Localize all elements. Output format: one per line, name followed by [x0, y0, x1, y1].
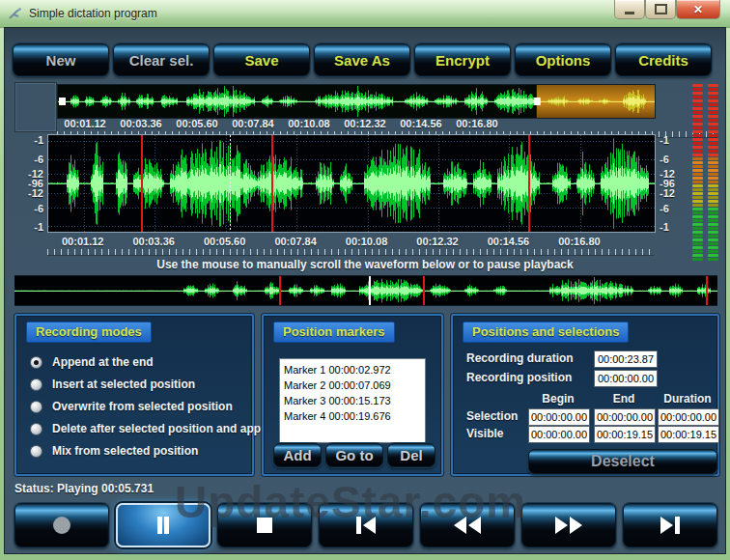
marker-list[interactable]: Marker 1 00:00:02.972 Marker 2 00:00:07.…: [279, 358, 426, 443]
maximize-button[interactable]: [645, 0, 676, 19]
radio-append-at-end[interactable]: Append at the end: [30, 352, 154, 372]
radio-mix-from-position[interactable]: Mix from selected position: [30, 441, 198, 461]
list-item[interactable]: Marker 3 00:00:15.173: [284, 393, 425, 408]
vu-segment: [708, 138, 718, 141]
skip-to-end-button[interactable]: [623, 503, 717, 547]
time-label: 00:03.36: [132, 236, 174, 247]
radio-insert-at-position[interactable]: Insert at selected position: [30, 375, 195, 394]
radio-icon: [30, 356, 42, 369]
credits-button[interactable]: Credits: [615, 43, 712, 76]
record-button[interactable]: [14, 503, 109, 547]
vu-segment: [692, 99, 703, 102]
vu-segment: [692, 96, 703, 98]
clear-sel-button[interactable]: Clear sel.: [113, 43, 210, 76]
options-button[interactable]: Options: [515, 43, 611, 76]
vu-segment: [708, 173, 718, 176]
skip-to-start-button[interactable]: [319, 503, 413, 547]
overview-waveform-canvas[interactable]: [57, 84, 656, 119]
main-ticks: [47, 249, 654, 256]
new-button[interactable]: New: [13, 43, 109, 76]
duration-column-header: Duration: [657, 392, 718, 406]
vu-segment: [692, 150, 703, 153]
list-item[interactable]: Marker 1 00:00:02.972: [284, 362, 425, 378]
vu-segment: [708, 103, 718, 106]
vu-segment: [708, 223, 718, 226]
vu-segment: [692, 215, 703, 218]
vu-segment: [692, 250, 703, 253]
vu-segment: [692, 235, 703, 238]
save-as-button[interactable]: Save As: [314, 43, 410, 76]
db-label: -12: [660, 187, 675, 199]
encrypt-button[interactable]: Encrypt: [414, 43, 511, 76]
selection-end-field[interactable]: 00:00:00.00: [594, 408, 656, 426]
vu-segment: [692, 130, 703, 133]
rewind-button[interactable]: [420, 503, 515, 547]
vu-segment: [692, 238, 703, 241]
visible-begin-field[interactable]: 00:00:00.00: [528, 426, 590, 443]
goto-marker-button[interactable]: Go to: [325, 443, 383, 467]
vu-segment: [692, 196, 703, 199]
db-label: -12: [28, 187, 43, 199]
selection-begin-field[interactable]: 00:00:00.00: [528, 408, 590, 426]
time-label: 00:05.60: [176, 118, 217, 129]
radio-overwrite-from-position[interactable]: Overwrite from selected position: [30, 397, 233, 416]
overview-corner-box: [14, 82, 57, 132]
db-label: -1: [660, 134, 669, 146]
vu-segment: [708, 254, 718, 257]
vu-segment: [692, 208, 703, 210]
visible-duration-field[interactable]: 00:00:19.15: [658, 426, 719, 443]
vu-segment: [692, 246, 703, 249]
list-item[interactable]: Marker 2 00:00:07.069: [284, 378, 425, 393]
time-label: 00:07.84: [232, 118, 273, 129]
radio-delete-after-position[interactable]: Delete after selected position and appen…: [30, 419, 281, 438]
minimize-button[interactable]: [614, 0, 645, 19]
vu-segment: [692, 161, 703, 164]
recording-modes-panel: Recording modes Append at the end Insert…: [14, 314, 254, 476]
vu-segment: [692, 134, 703, 137]
visible-end-field[interactable]: 00:00:19.15: [594, 426, 656, 443]
recording-position-field[interactable]: 00:00:00.00: [594, 370, 658, 387]
vu-segment: [708, 219, 718, 222]
deselect-button[interactable]: Deselect: [528, 449, 717, 474]
recording-duration-field[interactable]: 00:00:23.87: [594, 350, 658, 368]
fast-forward-button[interactable]: [521, 503, 616, 547]
vu-segment: [692, 227, 703, 230]
time-label: 00:07.84: [274, 236, 316, 247]
time-label: 00:10.08: [346, 236, 387, 247]
list-item[interactable]: Marker 4 00:00:19.676: [284, 408, 425, 424]
visible-row-label: Visible: [466, 427, 503, 440]
selection-duration-field[interactable]: 00:00:00.00: [658, 408, 719, 426]
vu-segment: [708, 134, 718, 137]
time-label: 00:03.36: [120, 118, 161, 129]
minimize-icon: [625, 12, 634, 14]
time-label: 00:01.12: [64, 118, 105, 129]
time-label: 00:16.80: [558, 236, 600, 247]
vu-segment: [692, 92, 703, 95]
scroll-waveform-canvas[interactable]: [14, 275, 717, 306]
main-waveform-canvas[interactable]: [47, 134, 656, 233]
vu-segment: [692, 223, 703, 226]
vu-segment: [692, 88, 703, 91]
time-label: 00:12.32: [344, 118, 385, 129]
del-marker-button[interactable]: Del: [387, 443, 435, 467]
vu-segment: [708, 200, 718, 203]
titlebar[interactable]: Simple dictation program ✕: [0, 0, 730, 28]
vu-segment: [708, 142, 718, 145]
vu-segment: [708, 208, 718, 210]
vu-segment: [692, 188, 703, 191]
db-label: -6: [34, 154, 43, 165]
instruction-text: Use the mouse to manually scroll the wav…: [5, 258, 725, 271]
close-button[interactable]: ✕: [676, 0, 720, 19]
vu-segment: [708, 123, 718, 126]
vu-segment: [708, 92, 718, 95]
stop-button[interactable]: [217, 503, 312, 547]
vu-segment: [708, 211, 718, 214]
pause-button[interactable]: [116, 503, 211, 547]
save-button[interactable]: Save: [213, 43, 310, 76]
recording-modes-title: Recording modes: [26, 322, 152, 343]
vu-segment: [708, 154, 718, 156]
vu-segment: [708, 188, 718, 191]
add-marker-button[interactable]: Add: [273, 443, 322, 467]
vu-segment: [692, 169, 703, 172]
vu-segment: [692, 231, 703, 234]
